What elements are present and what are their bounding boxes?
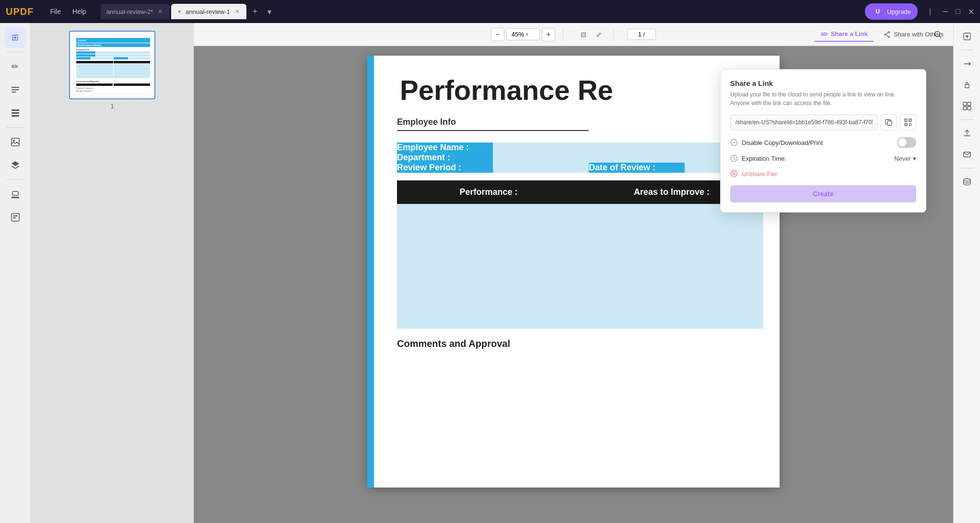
divider-1 (7, 52, 24, 52)
comments-title: Comments and Approval (397, 338, 757, 349)
svg-rect-34 (963, 102, 967, 106)
list-view-icon[interactable] (5, 102, 26, 123)
unshare-row[interactable]: Unshare File (730, 170, 916, 178)
svg-rect-8 (12, 191, 18, 195)
svg-rect-38 (964, 152, 970, 157)
main-area: ⊞ ✏ (0, 23, 980, 523)
disable-copy-text: Disable Copy/Download/Print (742, 139, 823, 146)
tabs-dropdown-button[interactable]: ▾ (268, 7, 271, 16)
ocr-icon[interactable]: T (957, 27, 977, 46)
unshare-icon (730, 170, 738, 178)
share-link-input[interactable] (730, 115, 878, 130)
table-row: Department : (397, 153, 763, 163)
window-controls: U Upgrade | ─ □ ✕ (865, 3, 974, 20)
tab-label: annual-review-1 (186, 8, 230, 15)
svg-rect-33 (965, 84, 969, 88)
maximize-button[interactable]: □ (956, 7, 960, 16)
table-row: Employee Name : (397, 143, 763, 153)
employee-info-header: Employee Info (397, 117, 589, 131)
expiry-selector[interactable]: Never ▾ (894, 155, 916, 162)
areas-improve-value[interactable] (580, 204, 763, 329)
svg-rect-3 (12, 109, 19, 111)
convert-icon[interactable] (957, 54, 977, 73)
upgrade-avatar: U (872, 5, 884, 18)
search-button[interactable] (930, 27, 945, 42)
share-icon (883, 31, 891, 38)
upgrade-label: Upgrade (887, 8, 911, 15)
divider-2 (7, 127, 24, 128)
tab-close-2[interactable]: ✕ (234, 7, 241, 16)
share-link-button[interactable]: Share a Link (815, 27, 874, 42)
table-row (397, 204, 763, 329)
zoom-out-button[interactable]: − (491, 28, 504, 41)
svg-rect-11 (13, 215, 18, 216)
svg-point-15 (884, 34, 886, 35)
protect-icon[interactable] (957, 75, 977, 95)
svg-rect-2 (12, 92, 16, 93)
upgrade-button[interactable]: U Upgrade (865, 3, 918, 20)
text-edit-icon[interactable] (5, 79, 26, 100)
annotation-icon[interactable]: ✏ (5, 56, 26, 77)
close-button[interactable]: ✕ (968, 7, 974, 16)
employee-info-table: Employee Info Employee Name : Department… (397, 117, 763, 173)
thumbnail-view-icon[interactable]: ⊞ (5, 27, 26, 48)
menu-file[interactable]: File (45, 6, 66, 17)
tab-close-1[interactable]: ✕ (157, 7, 163, 16)
comments-section: Comments and Approval (397, 338, 757, 349)
svg-text:T: T (966, 35, 968, 38)
tab-annual-review-2[interactable]: annual-review-2* ✕ (101, 4, 170, 19)
email-icon[interactable] (957, 145, 977, 164)
svg-rect-23 (906, 124, 906, 125)
organize-icon[interactable] (957, 96, 977, 116)
nav-controls: ⊟ ⤢ (577, 28, 606, 41)
fit-width-button[interactable]: ⤢ (592, 28, 606, 41)
search-icon (933, 30, 942, 39)
app-logo: UPDF (6, 6, 34, 17)
zoom-value-display[interactable]: 45% ▾ (506, 28, 540, 40)
disable-copy-toggle[interactable] (897, 137, 916, 148)
tab-annual-review-1[interactable]: ▼ annual-review-1 ✕ (171, 4, 246, 19)
thumbnail-page-number: 1 (111, 103, 114, 110)
toggle-knob (898, 138, 907, 147)
share-dropdown-panel: Share a Link Upload your file to the clo… (720, 69, 926, 213)
minimize-button[interactable]: ─ (943, 7, 948, 16)
svg-point-13 (888, 31, 889, 33)
layers-icon[interactable] (5, 155, 26, 176)
zoom-in-button[interactable]: + (542, 28, 555, 41)
qr-icon (904, 119, 912, 126)
right-sidebar: T (953, 23, 980, 523)
right-divider-2 (960, 119, 974, 120)
svg-rect-19 (906, 120, 906, 120)
page-number-input[interactable] (627, 29, 656, 40)
qr-code-button[interactable] (900, 114, 916, 131)
svg-rect-24 (909, 123, 910, 124)
svg-rect-5 (12, 115, 19, 117)
pdf-viewer: − 45% ▾ + ⊟ ⤢ (194, 23, 953, 523)
svg-rect-35 (968, 102, 971, 106)
fit-page-button[interactable]: ⊟ (577, 28, 590, 41)
expiry-label-text: Expiration Time: (742, 155, 786, 162)
department-label: Department : (397, 153, 493, 163)
image-insert-icon[interactable] (5, 131, 26, 153)
left-toolbar: ⊞ ✏ (0, 23, 31, 523)
menu-help[interactable]: Help (68, 6, 91, 17)
database-icon[interactable] (957, 172, 977, 191)
thumbnail-page-1[interactable]: Annual Performance Review Employee Info (69, 31, 155, 99)
link-icon (820, 30, 828, 38)
share-upload-icon[interactable] (957, 124, 977, 143)
expiry-current-value: Never (894, 155, 911, 162)
stamp-icon[interactable] (5, 184, 26, 205)
svg-rect-27 (910, 125, 911, 126)
right-divider-1 (960, 50, 974, 50)
form-icon[interactable] (5, 207, 26, 228)
thumbnail-panel: Annual Performance Review Employee Info (31, 23, 194, 523)
performance-value[interactable] (397, 204, 580, 329)
create-button[interactable]: Create (730, 185, 916, 202)
review-period-value[interactable] (493, 163, 589, 173)
divider-3 (7, 179, 24, 180)
employee-name-label: Employee Name : (397, 143, 493, 153)
add-tab-button[interactable]: + (248, 5, 262, 18)
copy-link-button[interactable] (881, 114, 897, 131)
share-dropdown-title: Share a Link (730, 79, 916, 87)
right-divider-3 (960, 168, 974, 168)
